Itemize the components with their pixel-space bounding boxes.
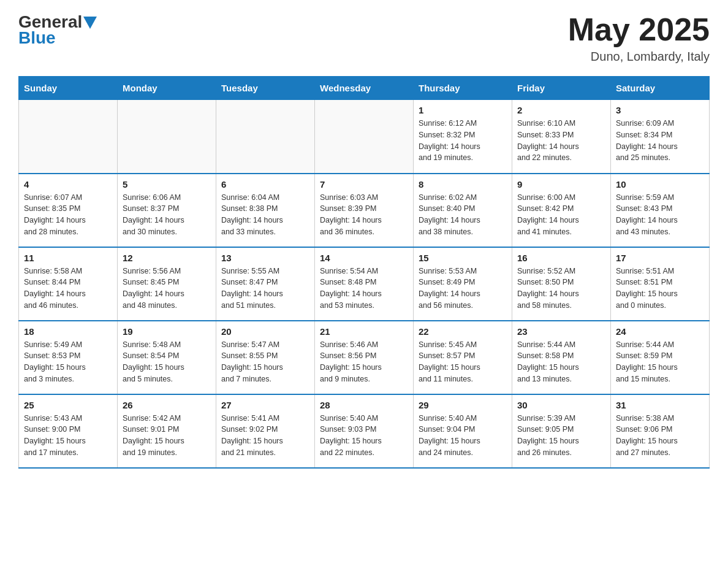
day-number: 22 bbox=[419, 326, 507, 337]
day-number: 27 bbox=[221, 400, 309, 410]
calendar-cell bbox=[19, 100, 118, 174]
day-info: Sunrise: 6:10 AM Sunset: 8:33 PM Dayligh… bbox=[517, 118, 605, 164]
calendar-cell: 5Sunrise: 6:06 AM Sunset: 8:37 PM Daylig… bbox=[118, 174, 216, 247]
day-info: Sunrise: 5:49 AM Sunset: 8:53 PM Dayligh… bbox=[24, 339, 112, 385]
calendar-cell bbox=[216, 100, 315, 174]
calendar-cell: 29Sunrise: 5:40 AM Sunset: 9:04 PM Dayli… bbox=[414, 394, 512, 468]
calendar-cell: 12Sunrise: 5:56 AM Sunset: 8:45 PM Dayli… bbox=[118, 247, 216, 321]
day-info: Sunrise: 5:58 AM Sunset: 8:44 PM Dayligh… bbox=[24, 266, 112, 312]
day-number: 11 bbox=[24, 253, 112, 263]
logo: General Blue bbox=[18, 12, 97, 48]
day-number: 8 bbox=[419, 179, 507, 190]
day-number: 12 bbox=[123, 253, 211, 263]
day-number: 2 bbox=[517, 105, 605, 115]
calendar-cell: 20Sunrise: 5:47 AM Sunset: 8:55 PM Dayli… bbox=[216, 321, 315, 394]
calendar-cell: 30Sunrise: 5:39 AM Sunset: 9:05 PM Dayli… bbox=[512, 394, 611, 468]
day-info: Sunrise: 6:07 AM Sunset: 8:35 PM Dayligh… bbox=[24, 192, 112, 238]
calendar-cell: 14Sunrise: 5:54 AM Sunset: 8:48 PM Dayli… bbox=[315, 247, 414, 321]
calendar-cell: 25Sunrise: 5:43 AM Sunset: 9:00 PM Dayli… bbox=[19, 394, 118, 468]
calendar-cell: 24Sunrise: 5:44 AM Sunset: 8:59 PM Dayli… bbox=[611, 321, 710, 394]
day-number: 18 bbox=[24, 326, 112, 337]
day-info: Sunrise: 5:52 AM Sunset: 8:50 PM Dayligh… bbox=[517, 266, 605, 312]
day-info: Sunrise: 5:44 AM Sunset: 8:59 PM Dayligh… bbox=[616, 339, 704, 385]
calendar-cell: 21Sunrise: 5:46 AM Sunset: 8:56 PM Dayli… bbox=[315, 321, 414, 394]
calendar-header-sunday: Sunday bbox=[19, 77, 118, 100]
day-info: Sunrise: 6:09 AM Sunset: 8:34 PM Dayligh… bbox=[616, 118, 704, 164]
day-info: Sunrise: 5:39 AM Sunset: 9:05 PM Dayligh… bbox=[517, 413, 605, 459]
calendar-cell: 7Sunrise: 6:03 AM Sunset: 8:39 PM Daylig… bbox=[315, 174, 414, 247]
day-number: 20 bbox=[221, 326, 309, 337]
calendar-cell: 18Sunrise: 5:49 AM Sunset: 8:53 PM Dayli… bbox=[19, 321, 118, 394]
location: Duno, Lombardy, Italy bbox=[568, 50, 710, 64]
day-number: 4 bbox=[24, 179, 112, 190]
calendar-cell: 16Sunrise: 5:52 AM Sunset: 8:50 PM Dayli… bbox=[512, 247, 611, 321]
calendar-cell: 27Sunrise: 5:41 AM Sunset: 9:02 PM Dayli… bbox=[216, 394, 315, 468]
day-number: 5 bbox=[123, 179, 211, 190]
calendar-table: SundayMondayTuesdayWednesdayThursdayFrid… bbox=[18, 76, 710, 469]
day-number: 1 bbox=[419, 105, 507, 115]
day-info: Sunrise: 6:02 AM Sunset: 8:40 PM Dayligh… bbox=[419, 192, 507, 238]
day-info: Sunrise: 5:41 AM Sunset: 9:02 PM Dayligh… bbox=[221, 413, 309, 459]
day-info: Sunrise: 6:03 AM Sunset: 8:39 PM Dayligh… bbox=[320, 192, 408, 238]
calendar-cell: 8Sunrise: 6:02 AM Sunset: 8:40 PM Daylig… bbox=[414, 174, 512, 247]
calendar-cell bbox=[315, 100, 414, 174]
month-title: May 2025 bbox=[568, 12, 710, 47]
calendar-cell: 4Sunrise: 6:07 AM Sunset: 8:35 PM Daylig… bbox=[19, 174, 118, 247]
calendar-cell: 19Sunrise: 5:48 AM Sunset: 8:54 PM Dayli… bbox=[118, 321, 216, 394]
day-info: Sunrise: 6:12 AM Sunset: 8:32 PM Dayligh… bbox=[419, 118, 507, 164]
svg-marker-0 bbox=[83, 17, 97, 29]
day-number: 6 bbox=[221, 179, 309, 190]
day-number: 15 bbox=[419, 253, 507, 263]
day-info: Sunrise: 6:04 AM Sunset: 8:38 PM Dayligh… bbox=[221, 192, 309, 238]
day-info: Sunrise: 5:44 AM Sunset: 8:58 PM Dayligh… bbox=[517, 339, 605, 385]
calendar-week-row: 18Sunrise: 5:49 AM Sunset: 8:53 PM Dayli… bbox=[19, 321, 710, 394]
day-info: Sunrise: 5:53 AM Sunset: 8:49 PM Dayligh… bbox=[419, 266, 507, 312]
day-info: Sunrise: 5:48 AM Sunset: 8:54 PM Dayligh… bbox=[123, 339, 211, 385]
day-info: Sunrise: 5:42 AM Sunset: 9:01 PM Dayligh… bbox=[123, 413, 211, 459]
logo-blue: Blue bbox=[18, 28, 56, 48]
day-info: Sunrise: 6:00 AM Sunset: 8:42 PM Dayligh… bbox=[517, 192, 605, 238]
day-info: Sunrise: 5:40 AM Sunset: 9:03 PM Dayligh… bbox=[320, 413, 408, 459]
calendar-week-row: 25Sunrise: 5:43 AM Sunset: 9:00 PM Dayli… bbox=[19, 394, 710, 468]
day-number: 31 bbox=[616, 400, 704, 410]
calendar-week-row: 11Sunrise: 5:58 AM Sunset: 8:44 PM Dayli… bbox=[19, 247, 710, 321]
day-number: 24 bbox=[616, 326, 704, 337]
day-info: Sunrise: 6:06 AM Sunset: 8:37 PM Dayligh… bbox=[123, 192, 211, 238]
day-number: 29 bbox=[419, 400, 507, 410]
day-info: Sunrise: 5:45 AM Sunset: 8:57 PM Dayligh… bbox=[419, 339, 507, 385]
day-info: Sunrise: 5:55 AM Sunset: 8:47 PM Dayligh… bbox=[221, 266, 309, 312]
day-number: 30 bbox=[517, 400, 605, 410]
day-number: 13 bbox=[221, 253, 309, 263]
calendar-cell: 11Sunrise: 5:58 AM Sunset: 8:44 PM Dayli… bbox=[19, 247, 118, 321]
day-number: 14 bbox=[320, 253, 408, 263]
day-number: 21 bbox=[320, 326, 408, 337]
logo-triangle-icon bbox=[83, 17, 97, 29]
calendar-cell: 9Sunrise: 6:00 AM Sunset: 8:42 PM Daylig… bbox=[512, 174, 611, 247]
day-info: Sunrise: 5:51 AM Sunset: 8:51 PM Dayligh… bbox=[616, 266, 704, 312]
calendar-cell: 31Sunrise: 5:38 AM Sunset: 9:06 PM Dayli… bbox=[611, 394, 710, 468]
day-number: 25 bbox=[24, 400, 112, 410]
day-number: 10 bbox=[616, 179, 704, 190]
day-number: 23 bbox=[517, 326, 605, 337]
calendar-cell: 17Sunrise: 5:51 AM Sunset: 8:51 PM Dayli… bbox=[611, 247, 710, 321]
calendar-cell: 1Sunrise: 6:12 AM Sunset: 8:32 PM Daylig… bbox=[414, 100, 512, 174]
calendar-week-row: 1Sunrise: 6:12 AM Sunset: 8:32 PM Daylig… bbox=[19, 100, 710, 174]
calendar-cell: 28Sunrise: 5:40 AM Sunset: 9:03 PM Dayli… bbox=[315, 394, 414, 468]
calendar-header-friday: Friday bbox=[512, 77, 611, 100]
calendar-cell: 26Sunrise: 5:42 AM Sunset: 9:01 PM Dayli… bbox=[118, 394, 216, 468]
day-info: Sunrise: 5:47 AM Sunset: 8:55 PM Dayligh… bbox=[221, 339, 309, 385]
day-info: Sunrise: 5:54 AM Sunset: 8:48 PM Dayligh… bbox=[320, 266, 408, 312]
calendar-header-wednesday: Wednesday bbox=[315, 77, 414, 100]
day-info: Sunrise: 5:59 AM Sunset: 8:43 PM Dayligh… bbox=[616, 192, 704, 238]
calendar-cell bbox=[118, 100, 216, 174]
title-block: May 2025 Duno, Lombardy, Italy bbox=[568, 12, 710, 64]
calendar-cell: 10Sunrise: 5:59 AM Sunset: 8:43 PM Dayli… bbox=[611, 174, 710, 247]
calendar-cell: 22Sunrise: 5:45 AM Sunset: 8:57 PM Dayli… bbox=[414, 321, 512, 394]
calendar-header-tuesday: Tuesday bbox=[216, 77, 315, 100]
calendar-cell: 13Sunrise: 5:55 AM Sunset: 8:47 PM Dayli… bbox=[216, 247, 315, 321]
day-info: Sunrise: 5:56 AM Sunset: 8:45 PM Dayligh… bbox=[123, 266, 211, 312]
day-info: Sunrise: 5:38 AM Sunset: 9:06 PM Dayligh… bbox=[616, 413, 704, 459]
day-number: 7 bbox=[320, 179, 408, 190]
day-number: 9 bbox=[517, 179, 605, 190]
page-header: General Blue May 2025 Duno, Lombardy, It… bbox=[18, 12, 710, 64]
